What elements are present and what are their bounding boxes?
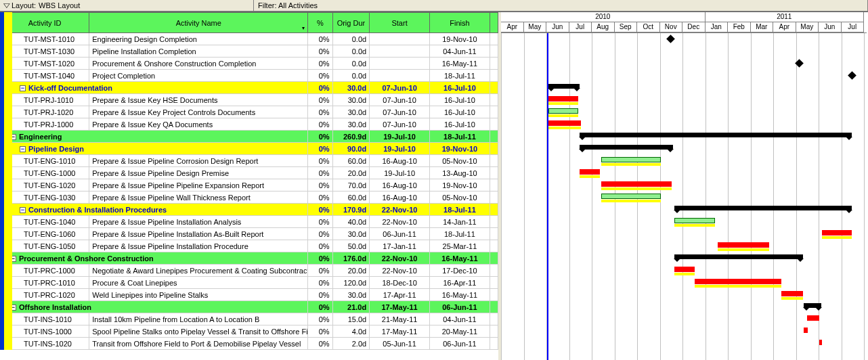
cell-name: Project Completion — [89, 70, 308, 82]
collapse-icon[interactable]: − — [20, 207, 26, 213]
table-row[interactable]: TUT-PRJ-1020 Prepare & Issue Key Project… — [1, 106, 498, 118]
col-finish[interactable]: Finish — [430, 13, 490, 33]
cell-dur: 0.0d — [332, 70, 370, 82]
group-title[interactable]: −Pipeline Design — [1, 143, 308, 155]
table-row[interactable]: TUT-INS-1000 Spool Pipeline Stalks onto … — [1, 325, 498, 338]
table-row[interactable]: TUT-PRC-1020 Weld Linepipes into Pipelin… — [1, 289, 498, 301]
cell-name: Negotiate & Award Linepipes Procurement … — [89, 265, 308, 277]
filter-selector[interactable]: Filter: All Activities — [254, 0, 868, 11]
wbs-edge-3 — [8, 12, 12, 350]
cell-pct: 0% — [308, 82, 332, 94]
table-row[interactable]: TUT-MST-1030 Pipeline Installation Compl… — [1, 45, 498, 58]
collapse-icon[interactable]: − — [20, 85, 26, 91]
cell-start: 19-Jul-10 — [370, 167, 430, 179]
cell-id: TUT-MST-1010 — [1, 33, 89, 45]
baseline-bar — [822, 236, 852, 239]
col-activity-id[interactable]: Activity ID — [1, 13, 89, 33]
table-row[interactable]: −Pipeline Design 0% 90.0d 19-Jul-10 19-N… — [1, 143, 498, 155]
table-row[interactable]: −Engineering 0% 260.9d 19-Jul-10 18-Jul-… — [1, 131, 498, 143]
summary-bar — [674, 254, 803, 259]
col-activity-name[interactable]: Activity Name ▾ — [89, 13, 308, 33]
table-row[interactable]: TUT-ENG-1060 Prepare & Issue Pipeline In… — [1, 228, 498, 240]
cell-dur: 170.9d — [332, 204, 370, 216]
activity-bar — [674, 267, 695, 272]
table-row[interactable]: TUT-ENG-1050 Prepare & Issue Pipeline In… — [1, 240, 498, 252]
collapse-icon[interactable]: − — [20, 146, 26, 152]
group-title[interactable]: −Offshore Installation — [1, 301, 308, 313]
baseline-bar — [601, 187, 672, 190]
cell-pct: 0% — [308, 45, 332, 58]
cell-dur: 20.0d — [332, 167, 370, 179]
cell-dur: 0.0d — [332, 45, 370, 58]
cell-finish: 04-Jun-11 — [430, 45, 490, 58]
month-label: Apr — [501, 22, 524, 32]
activity-table[interactable]: Activity ID Activity Name ▾ % Orig Dur S… — [0, 12, 498, 350]
table-row[interactable]: TUT-INS-1020 Transit from Offshore Field… — [1, 338, 498, 350]
cell-id: TUT-ENG-1030 — [1, 192, 89, 204]
cell-pct: 0% — [308, 192, 332, 204]
cell-finish: 13-Aug-10 — [430, 167, 490, 179]
cell-dur: 30.0d — [332, 106, 370, 118]
activity-bar — [781, 291, 803, 296]
col-dur[interactable]: Orig Dur — [332, 13, 370, 33]
table-row[interactable]: TUT-PRC-1010 Procure & Coat Linepipes 0%… — [1, 277, 498, 289]
table-row[interactable]: TUT-MST-1010 Engineering Design Completi… — [1, 33, 498, 45]
cell-start: 17-Apr-11 — [370, 289, 430, 301]
table-row[interactable]: TUT-PRJ-1000 Prepare & Issue Key QA Docu… — [1, 118, 498, 131]
col-spacer — [490, 13, 498, 33]
cell-name: Install 10km Pipeline from Location A to… — [89, 313, 308, 325]
table-row[interactable]: TUT-PRC-1000 Negotiate & Award Linepipes… — [1, 265, 498, 277]
table-row[interactable]: TUT-ENG-1020 Prepare & Issue Pipeline Pi… — [1, 179, 498, 192]
cell-dur: 176.0d — [332, 252, 370, 265]
year-label: 2011 — [706, 12, 865, 22]
cell-dur: 0.0d — [332, 58, 370, 70]
cell-start: 22-Nov-10 — [370, 204, 430, 216]
table-row[interactable]: −Construction & Installation Procedures … — [1, 204, 498, 216]
group-title[interactable]: −Construction & Installation Procedures — [1, 204, 308, 216]
group-title[interactable]: −Procurement & Onshore Construction — [1, 252, 308, 265]
cell-dur: 120.0d — [332, 277, 370, 289]
col-pct[interactable]: % — [308, 13, 332, 33]
cell-finish: 05-Nov-10 — [430, 155, 490, 167]
baseline-bar — [781, 297, 803, 300]
table-row[interactable]: −Procurement & Onshore Construction 0% 1… — [1, 252, 498, 265]
table-row[interactable]: TUT-ENG-1010 Prepare & Issue Pipeline Co… — [1, 155, 498, 167]
table-row[interactable]: −Offshore Installation 0% 21.0d 17-May-1… — [1, 301, 498, 313]
table-row[interactable]: TUT-PRJ-1010 Prepare & Issue Key HSE Doc… — [1, 94, 498, 106]
cell-start: 16-Aug-10 — [370, 179, 430, 192]
cell-id: TUT-ENG-1050 — [1, 240, 89, 252]
layout-selector[interactable]: ▽ Layout: WBS Layout — [0, 0, 254, 11]
cell-start — [370, 45, 430, 58]
activity-bar — [718, 242, 769, 248]
table-row[interactable]: TUT-ENG-1040 Prepare & Issue Pipeline In… — [1, 216, 498, 228]
table-row[interactable]: TUT-INS-1010 Install 10km Pipeline from … — [1, 313, 498, 325]
activity-bar — [674, 218, 715, 223]
cell-pct: 0% — [308, 265, 332, 277]
cell-name: Prepare & Issue Key HSE Documents — [89, 94, 308, 106]
group-title[interactable]: −Engineering — [1, 131, 308, 143]
table-row[interactable]: TUT-MST-1020 Procurement & Onshore Const… — [1, 58, 498, 70]
cell-dur: 30.0d — [332, 118, 370, 131]
cell-finish: 06-Jun-11 — [430, 338, 490, 350]
cell-id: TUT-PRJ-1000 — [1, 118, 89, 131]
month-label: Jul — [842, 22, 865, 32]
table-row[interactable]: TUT-ENG-1030 Prepare & Issue Pipeline Wa… — [1, 192, 498, 204]
cell-name: Procure & Coat Linepipes — [89, 277, 308, 289]
cell-finish: 20-May-11 — [430, 325, 490, 338]
summary-bar — [580, 145, 673, 150]
gantt-pane[interactable]: 20102011 AprMayJunJulAugSepOctNovDecJanF… — [501, 12, 867, 360]
cell-pct: 0% — [308, 228, 332, 240]
cell-dur: 30.0d — [332, 289, 370, 301]
cell-name: Prepare & Issue Pipeline Installation Pr… — [89, 240, 308, 252]
col-start[interactable]: Start — [370, 13, 430, 33]
filter-icon[interactable]: ▾ — [302, 25, 305, 31]
group-title[interactable]: −Kick-off Documentation — [1, 82, 308, 94]
table-row[interactable]: TUT-ENG-1000 Prepare & Issue Pipeline De… — [1, 167, 498, 179]
table-row[interactable]: TUT-MST-1040 Project Completion 0% 0.0d … — [1, 70, 498, 82]
cell-id: TUT-INS-1020 — [1, 338, 89, 350]
summary-bar — [674, 206, 852, 210]
activity-bar — [580, 169, 600, 175]
cell-id: TUT-MST-1040 — [1, 70, 89, 82]
cell-name: Spool Pipeline Stalks onto Pipelay Vesse… — [89, 325, 308, 338]
table-row[interactable]: −Kick-off Documentation 0% 30.0d 07-Jun-… — [1, 82, 498, 94]
